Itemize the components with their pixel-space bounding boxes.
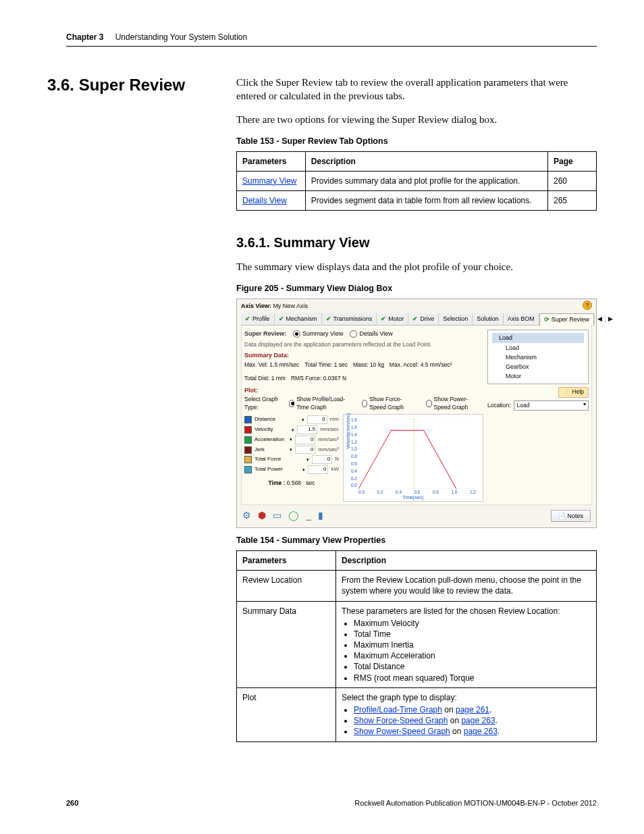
screw-icon: ⎯: [306, 509, 311, 522]
table-row: Summary View Provides summary data and p…: [237, 171, 597, 190]
link-details-view[interactable]: Details View: [242, 196, 287, 205]
tab-scroll-right[interactable]: ▶: [605, 315, 616, 323]
t153-h1: Parameters: [237, 151, 306, 171]
coupling-icon: ⬢: [258, 509, 266, 522]
t154-r1-param: Review Location: [237, 571, 336, 601]
load-icon: ▮: [318, 509, 323, 522]
link-page[interactable]: page 263: [464, 727, 498, 736]
super-review-label: Super Review:: [244, 330, 286, 338]
chapter-label: Chapter 3: [66, 32, 103, 42]
axis-view-label: Axis View: My New Axis: [241, 302, 592, 310]
chevron-down-icon[interactable]: ▾: [290, 436, 292, 442]
check-icon: ✔: [326, 315, 331, 323]
tab-selection[interactable]: Selection: [439, 313, 473, 324]
chevron-down-icon[interactable]: ▾: [302, 467, 305, 473]
subsection-intro: The summary view displays data and the p…: [236, 260, 597, 273]
tab-motor[interactable]: ✔Motor: [377, 313, 408, 324]
summary-value: Max. Vel: 1.5 mm/sec: [244, 361, 299, 369]
t153-r1-page: 260: [548, 171, 597, 190]
component-icon-strip: ⚙ ⬢ ▭ ◯ ⎯ ▮ 📄 Notes: [241, 505, 592, 523]
check-icon: ✔: [381, 315, 386, 323]
summary-values: Max. Vel: 1.5 mm/secTotal Time: 1 secMas…: [244, 361, 483, 382]
page-footer: 260 Rockwell Automation Publication MOTI…: [66, 799, 597, 807]
legend-row-distance: Distance▾0mm: [244, 415, 339, 424]
tab-axis-bom[interactable]: Axis BOM: [504, 313, 539, 324]
link-summary-view[interactable]: Summary View: [242, 176, 296, 186]
tab-profile[interactable]: ✔Profile: [241, 313, 275, 324]
intro-paragraph-2: There are two options for viewing the Su…: [236, 113, 597, 126]
table-154: Parameters Description Review Location F…: [236, 550, 597, 742]
tab-super-review[interactable]: ⟳Super Review: [539, 313, 594, 325]
list-item: Profile/Load-Time Graph on page 261.: [354, 704, 591, 715]
reload-icon: ⟳: [544, 315, 549, 323]
list-item: Maximum Inertia: [354, 640, 591, 650]
figure-caption: Figure 205 - Summary View Dialog Box: [236, 283, 597, 294]
plot-legend: Distance▾0mmVelocity▾1.5mm/secAccelerati…: [244, 414, 339, 502]
chevron-down-icon[interactable]: ▾: [290, 446, 292, 452]
notes-button[interactable]: 📄 Notes: [551, 510, 591, 522]
time-readout: Time : 0.568 sec: [244, 479, 339, 487]
page-number: 260: [66, 799, 78, 807]
link-show-force-speed-graph[interactable]: Show Force-Speed Graph: [354, 716, 448, 725]
velocity-time-chart: Velocity(mm/sec) Time(sec) 0.00.20.40.60…: [343, 414, 483, 502]
check-icon: ✔: [245, 315, 250, 323]
t154-r1-desc: From the Review Location pull-down menu,…: [336, 571, 597, 601]
section-title: 3.6. Super Review: [47, 76, 185, 95]
radio-force-speed[interactable]: Show Force-Speed Graph: [362, 396, 418, 411]
link-profile-load-time-graph[interactable]: Profile/Load-Time Graph: [354, 705, 442, 714]
color-swatch: [244, 456, 252, 463]
graph-type-label: Select Graph Type:: [244, 396, 281, 411]
location-label: Location:: [487, 402, 511, 409]
check-icon: ✔: [412, 315, 418, 323]
chevron-down-icon[interactable]: ▾: [292, 427, 294, 433]
tree-node-mechanism[interactable]: Mechanism: [492, 353, 584, 362]
radio-profile-load-time[interactable]: Show Profile/Load-Time Graph: [289, 396, 354, 411]
tree-node-load[interactable]: Load: [492, 333, 584, 342]
t154-r2-param: Summary Data: [237, 601, 336, 687]
list-item: Total Distance: [354, 661, 591, 672]
radio-power-speed[interactable]: Show Power-Speed Graph: [426, 396, 483, 411]
plot-label: Plot:: [244, 386, 483, 394]
motor-icon: ⚙: [242, 509, 251, 522]
tree-node-gearbox[interactable]: Gearbox: [492, 362, 584, 371]
table-row: Review Location From the Review Location…: [237, 571, 597, 601]
axis-view-value: My New Axis: [273, 303, 308, 309]
t154-r2-desc: These parameters are listed for the chos…: [336, 601, 597, 687]
color-swatch: [244, 436, 252, 444]
list-item: RMS (root mean squared) Torque: [354, 673, 591, 683]
link-page[interactable]: page 263: [461, 716, 495, 725]
tab-scroll-left[interactable]: ◀: [594, 315, 605, 323]
data-hint: Data displayed are the application param…: [244, 341, 483, 348]
intro-paragraph-1: Click the Super Review tab to review the…: [236, 76, 597, 103]
radio-details-view[interactable]: Details View: [350, 330, 392, 338]
page-header: Chapter 3 Understanding Your System Solu…: [66, 32, 597, 47]
chevron-down-icon[interactable]: ▾: [302, 417, 304, 423]
t153-h2: Description: [305, 151, 547, 171]
tab-mechanism[interactable]: ✔Mechanism: [275, 313, 322, 324]
link-show-power-speed-graph[interactable]: Show Power-Speed Graph: [354, 727, 450, 736]
tree-node-load-child[interactable]: Load: [492, 343, 584, 353]
t154-h1: Parameters: [237, 550, 336, 570]
summary-data-label: Summary Data:: [244, 351, 483, 359]
chevron-down-icon[interactable]: ▾: [306, 457, 309, 463]
help-button[interactable]: ❔ Help: [558, 387, 589, 397]
list-item: Maximum Acceleration: [354, 650, 591, 661]
table-153: Parameters Description Page Summary View…: [236, 151, 597, 211]
location-tree[interactable]: Load Load Mechanism Gearbox Motor: [487, 330, 589, 384]
tree-node-motor[interactable]: Motor: [492, 371, 584, 381]
publication-info: Rockwell Automation Publication MOTION-U…: [354, 799, 597, 807]
radio-summary-view[interactable]: Summary View: [293, 330, 343, 338]
tab-drive[interactable]: ✔Drive: [408, 313, 439, 324]
t153-h3: Page: [548, 151, 597, 171]
legend-row-jerk: Jerk▾0mm/sec³: [244, 446, 339, 454]
list-item: Show Force-Speed Graph on page 263.: [354, 715, 591, 726]
t154-r3-param: Plot: [237, 687, 336, 741]
summary-value: Total Dist: 1 mm: [244, 375, 286, 382]
tab-transmissions[interactable]: ✔Transmissions: [322, 313, 377, 324]
color-swatch: [244, 426, 252, 434]
color-swatch: [244, 466, 252, 473]
location-dropdown[interactable]: Load: [514, 400, 589, 411]
t153-r2-desc: Provides segment data in table form from…: [305, 191, 547, 211]
tab-solution[interactable]: Solution: [473, 313, 504, 324]
link-page[interactable]: page 261: [456, 705, 489, 714]
